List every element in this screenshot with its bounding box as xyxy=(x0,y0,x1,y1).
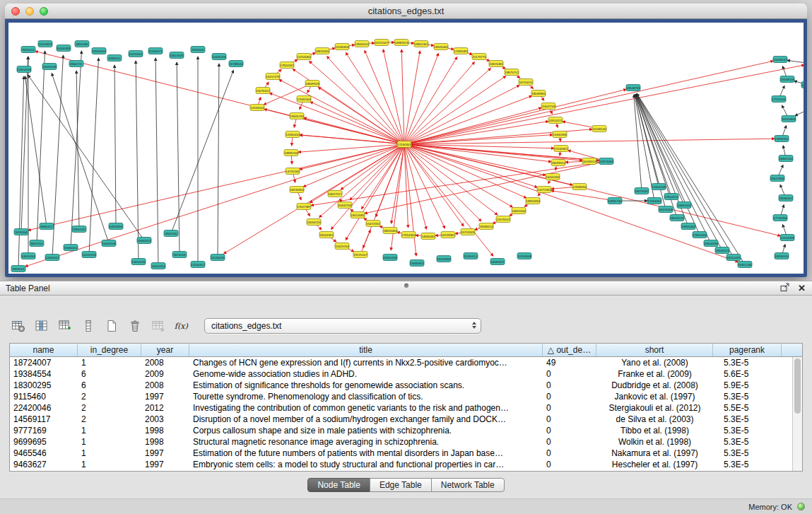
graph-node[interactable]: 9902316 xyxy=(164,230,178,237)
table-mode-button[interactable] xyxy=(9,317,28,334)
panel-resize-grip[interactable] xyxy=(404,284,408,288)
create-column-button[interactable] xyxy=(56,317,74,334)
graph-node[interactable]: 9425012 xyxy=(21,47,35,53)
table-vertical-scrollbar[interactable] xyxy=(792,357,802,471)
column-header-year[interactable]: year xyxy=(141,344,189,356)
graph-node[interactable]: 16521834 xyxy=(770,175,784,182)
graph-node[interactable]: 8660715 xyxy=(69,61,83,67)
graph-node[interactable]: 8830417 xyxy=(40,223,54,230)
graph-node[interactable]: 17724105 xyxy=(772,96,786,103)
graph-node[interactable]: 15472551 xyxy=(366,221,380,227)
graph-node[interactable]: 19586110 xyxy=(479,223,493,230)
network-window-titlebar[interactable]: citations_edges.txt xyxy=(5,4,807,19)
graph-node[interactable]: 16983574 xyxy=(394,40,408,46)
graph-node[interactable]: 12250417 xyxy=(191,262,205,268)
graph-node[interactable]: 16205833 xyxy=(437,256,451,262)
graph-node[interactable]: 9286312 xyxy=(107,55,122,62)
column-header-title[interactable]: title xyxy=(189,344,543,356)
graph-node[interactable]: 8641314 xyxy=(30,240,44,247)
graph-node[interactable]: 19861301 xyxy=(414,41,428,47)
graph-node[interactable]: 18849518 xyxy=(305,81,319,87)
graph-node[interactable]: 15084412 xyxy=(64,245,78,251)
graph-node[interactable]: 17554300 xyxy=(401,232,416,238)
graph-node[interactable]: 15950342 xyxy=(681,223,695,230)
graph-node[interactable]: 12610211 xyxy=(548,117,563,124)
graph-node[interactable]: 18110425 xyxy=(726,255,741,261)
graph-node[interactable]: 16754211 xyxy=(519,79,533,86)
graph-node[interactable]: 20163843 xyxy=(782,116,796,122)
zoom-window-button[interactable] xyxy=(40,7,48,16)
column-header-out_degree[interactable]: △ out_de… xyxy=(543,344,596,356)
show-columns-button[interactable] xyxy=(33,317,51,334)
graph-node[interactable]: 19565014 xyxy=(355,41,369,47)
graph-node[interactable]: 17948556 xyxy=(572,184,587,190)
graph-node[interactable]: 16881502 xyxy=(677,202,691,209)
new-table-button[interactable] xyxy=(102,317,121,334)
graph-node[interactable]: 20732625 xyxy=(461,229,475,235)
scrollbar-thumb[interactable] xyxy=(794,358,801,414)
graph-node[interactable]: 10416108 xyxy=(102,240,116,247)
graph-node[interactable]: 18462150 xyxy=(779,156,793,162)
graph-node[interactable]: 19562304 xyxy=(801,82,804,88)
graph-node[interactable]: 16055218 xyxy=(42,64,57,70)
graph-node[interactable]: 11058140 xyxy=(592,126,606,132)
graph-node[interactable]: 11924508 xyxy=(517,253,531,259)
graph-node[interactable]: 18625464 xyxy=(383,228,397,234)
graph-node[interactable]: 16415208 xyxy=(659,206,673,213)
graph-node[interactable]: 11316571 xyxy=(148,48,163,54)
network-canvas[interactable]: 1205814115076312161572781792434212204060… xyxy=(8,23,804,274)
graph-node[interactable]: 19875712 xyxy=(505,69,519,76)
graph-node[interactable]: 19725107 xyxy=(353,252,367,258)
graph-node[interactable]: 15916020 xyxy=(92,48,106,54)
graph-node[interactable]: 18648794 xyxy=(626,85,640,91)
graph-node[interactable]: 12914105 xyxy=(17,66,31,73)
graph-node[interactable]: 22280818 xyxy=(335,44,349,50)
graph-node[interactable]: 17081504 xyxy=(297,96,311,103)
graph-node[interactable]: 18816200 xyxy=(315,48,329,54)
column-header-short[interactable]: short xyxy=(596,344,713,356)
graph-node[interactable]: 19079187 xyxy=(635,188,649,194)
table-row[interactable]: 1456911722003Disruption of a novel membe… xyxy=(10,414,792,425)
table-row[interactable]: 946554611997Estimation of the future num… xyxy=(10,448,792,459)
graph-node[interactable]: 16709361 xyxy=(441,232,455,238)
graph-node[interactable]: 14918205 xyxy=(109,223,123,230)
graph-node[interactable]: 15076312 xyxy=(256,88,270,94)
graph-node[interactable]: 20722027 xyxy=(375,40,389,46)
graph-node[interactable]: 11015318 xyxy=(82,252,96,258)
graph-node[interactable]: 19013092 xyxy=(351,212,365,218)
graph-node[interactable]: 12204060 xyxy=(297,54,311,60)
table-row[interactable]: 969969511998Structural magnetic resonanc… xyxy=(10,436,792,448)
graph-node[interactable]: 14985746 xyxy=(608,198,622,204)
graph-node[interactable]: 18034125 xyxy=(670,215,684,221)
table-selector[interactable]: citations_edges.txt xyxy=(204,318,481,334)
graph-node[interactable]: 12365410 xyxy=(286,132,300,138)
delete-table-button[interactable] xyxy=(126,317,144,334)
graph-node[interactable]: 18326445 xyxy=(434,44,448,50)
graph-node[interactable]: 9350120 xyxy=(72,226,86,233)
graph-node[interactable]: 9456023 xyxy=(11,266,25,272)
table-row[interactable]: 946362711997Embryonic stem cells: a mode… xyxy=(10,459,792,470)
graph-node[interactable]: 14566441 xyxy=(421,233,435,240)
graph-node[interactable]: 12973463 xyxy=(599,158,613,165)
graph-node[interactable]: 15364108 xyxy=(652,184,666,190)
column-header-pagerank[interactable]: pagerank xyxy=(713,344,782,356)
graph-node[interactable]: 10805204 xyxy=(21,253,35,259)
graph-node[interactable]: 21173775 xyxy=(472,54,486,60)
graph-node[interactable]: 21204318 xyxy=(780,235,794,241)
graph-node[interactable]: 16504230 xyxy=(704,240,718,247)
graph-node[interactable]: 10084523 xyxy=(137,238,151,244)
graph-node[interactable]: 21058147 xyxy=(773,57,787,63)
graph-node[interactable]: 12450112 xyxy=(464,253,478,259)
graph-node[interactable]: 12578107 xyxy=(496,216,510,223)
graph-node[interactable]: 17604213 xyxy=(664,194,678,200)
close-window-button[interactable] xyxy=(11,7,20,16)
tab-node-table[interactable]: Node Table xyxy=(307,478,370,492)
graph-node[interactable]: 17485083 xyxy=(454,48,468,54)
graph-node[interactable]: 18039510 xyxy=(551,160,565,166)
graph-node[interactable]: 19955933 xyxy=(526,198,540,204)
graph-node[interactable]: 12058141 xyxy=(250,105,264,111)
column-header-in_degree[interactable]: in_degree xyxy=(78,344,141,356)
graph-node[interactable]: 17084561 xyxy=(647,198,661,204)
table-row[interactable]: 2242004622012Investigating the contribut… xyxy=(10,402,792,414)
graph-node[interactable]: 15272563 xyxy=(537,187,551,193)
